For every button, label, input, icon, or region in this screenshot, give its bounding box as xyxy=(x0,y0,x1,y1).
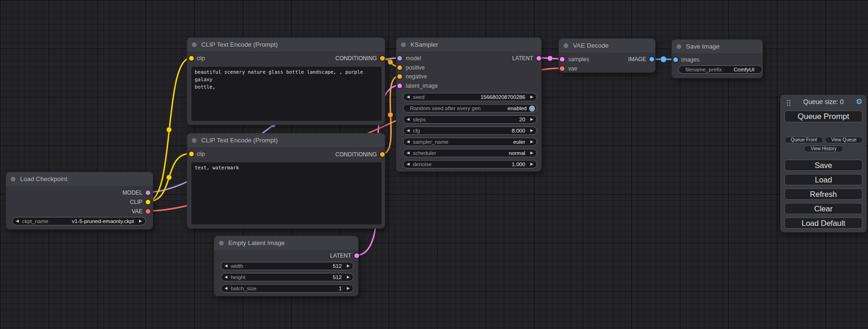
clip-input-port[interactable] xyxy=(189,56,194,61)
combo-right-arrow-icon[interactable]: ▶ xyxy=(527,93,536,101)
model-output-port[interactable] xyxy=(146,190,150,195)
refresh-button[interactable]: Refresh xyxy=(784,189,862,200)
widget-random-seed[interactable]: Random seed after every gen enabled xyxy=(403,104,537,112)
widget-value: 1.000 xyxy=(512,161,527,167)
view-history-button[interactable]: View History xyxy=(804,146,843,152)
node-title-bar[interactable]: KSampler xyxy=(396,38,541,52)
latent-output-port[interactable] xyxy=(536,56,541,61)
widget-value: v1-5-pruned-emaonly.ckpt xyxy=(72,218,136,224)
collapse-dot-icon[interactable] xyxy=(11,177,15,182)
widget-seed[interactable]: ◀ seed 156680208700286 ▶ xyxy=(403,93,537,101)
gear-icon[interactable]: ⚙ xyxy=(856,97,862,106)
combo-left-arrow-icon[interactable]: ◀ xyxy=(221,262,231,270)
combo-left-arrow-icon[interactable]: ◀ xyxy=(403,138,413,146)
node-load-checkpoint[interactable]: Load Checkpoint MODEL CLIP VAE ◀ ckpt_na… xyxy=(6,172,153,230)
queue-prompt-button[interactable]: Queue Prompt xyxy=(784,111,862,122)
conditioning-output-port[interactable] xyxy=(380,56,385,61)
images-input-port[interactable] xyxy=(673,57,678,62)
node-title-bar[interactable]: VAE Decode xyxy=(559,39,655,53)
node-title-bar[interactable]: Empty Latent Image xyxy=(214,236,358,251)
latent-image-input-port[interactable] xyxy=(397,84,402,88)
clip-output-port[interactable] xyxy=(146,200,150,204)
combo-right-arrow-icon[interactable]: ▶ xyxy=(136,217,145,225)
latent-output-port[interactable] xyxy=(354,253,359,258)
toggle-icon[interactable] xyxy=(529,105,535,112)
combo-left-arrow-icon[interactable]: ◀ xyxy=(403,161,413,168)
collapse-dot-icon[interactable] xyxy=(564,43,568,48)
samples-input-port[interactable] xyxy=(560,57,565,62)
combo-left-arrow-icon[interactable]: ◀ xyxy=(403,93,413,101)
widget-label: batch_size xyxy=(231,286,256,291)
node-title-bar[interactable]: CLIP Text Encode (Prompt) xyxy=(187,133,385,148)
node-save-image[interactable]: Save Image images filename_prefix ComfyU… xyxy=(671,39,763,78)
input-label-images: images xyxy=(681,56,699,63)
conditioning-output-port[interactable] xyxy=(380,152,385,157)
widget-steps[interactable]: ◀ steps 20 ▶ xyxy=(403,115,537,124)
view-queue-button[interactable]: View Queue xyxy=(825,137,863,143)
node-ksampler[interactable]: KSampler model positive negative latent_… xyxy=(396,37,542,172)
negative-input-port[interactable] xyxy=(397,74,402,79)
vae-input-port[interactable] xyxy=(560,66,565,71)
collapse-dot-icon[interactable] xyxy=(192,138,197,143)
combo-left-arrow-icon[interactable]: ◀ xyxy=(221,285,231,292)
image-output-port[interactable] xyxy=(649,57,654,62)
combo-left-arrow-icon[interactable]: ◀ xyxy=(221,273,231,281)
node-title: VAE Decode xyxy=(573,39,608,53)
combo-right-arrow-icon[interactable]: ▶ xyxy=(344,285,353,292)
vae-output-port[interactable] xyxy=(146,209,150,214)
combo-right-arrow-icon[interactable]: ▶ xyxy=(344,273,353,281)
input-label-vae: vae xyxy=(568,65,577,72)
node-title-bar[interactable]: CLIP Text Encode (Prompt) xyxy=(187,38,385,52)
widget-ckpt-name[interactable]: ◀ ckpt_name v1-5-pruned-emaonly.ckpt ▶ xyxy=(12,217,146,225)
widget-sampler-name[interactable]: ◀ sampler_name euler ▶ xyxy=(403,138,537,146)
node-clip-text-encode-positive[interactable]: CLIP Text Encode (Prompt) clip CONDITION… xyxy=(187,37,385,125)
combo-right-arrow-icon[interactable]: ▶ xyxy=(527,161,536,168)
output-label-latent: LATENT xyxy=(512,55,533,62)
widget-value: 512 xyxy=(333,263,344,269)
combo-right-arrow-icon[interactable]: ▶ xyxy=(344,262,353,270)
queue-front-button[interactable]: Queue Front xyxy=(784,137,823,143)
widget-filename-prefix[interactable]: filename_prefix ComfyUI xyxy=(678,65,762,74)
output-label-model: MODEL xyxy=(122,189,142,196)
prompt-textarea[interactable]: text, watermark xyxy=(191,162,381,224)
combo-right-arrow-icon[interactable]: ▶ xyxy=(527,149,536,157)
input-label-positive: positive xyxy=(406,64,425,71)
positive-input-port[interactable] xyxy=(397,65,402,70)
load-default-button[interactable]: Load Default xyxy=(784,217,862,229)
combo-right-arrow-icon[interactable]: ▶ xyxy=(527,138,536,146)
widget-label: width xyxy=(231,263,243,269)
output-label-image: IMAGE xyxy=(628,56,646,63)
save-button[interactable]: Save xyxy=(784,160,862,171)
node-clip-text-encode-negative[interactable]: CLIP Text Encode (Prompt) clip CONDITION… xyxy=(187,133,385,229)
combo-left-arrow-icon[interactable]: ◀ xyxy=(13,217,22,225)
combo-left-arrow-icon[interactable]: ◀ xyxy=(403,127,413,134)
node-title-bar[interactable]: Load Checkpoint xyxy=(6,172,153,187)
node-empty-latent-image[interactable]: Empty Latent Image LATENT ◀ width 512 ▶ … xyxy=(214,236,359,296)
clip-input-port[interactable] xyxy=(189,152,194,156)
node-title-bar[interactable]: Save Image xyxy=(672,40,762,54)
model-input-port[interactable] xyxy=(397,56,402,61)
widget-denoise[interactable]: ◀ denoise 1.000 ▶ xyxy=(403,160,537,168)
widget-value: 1 xyxy=(339,286,343,291)
node-vae-decode[interactable]: VAE Decode samples vae IMAGE xyxy=(558,38,656,73)
prompt-textarea[interactable]: beautiful scenery nature glass bottle la… xyxy=(191,67,381,121)
widget-scheduler[interactable]: ◀ scheduler normal ▶ xyxy=(403,149,537,157)
widget-batch-size[interactable]: ◀ batch_size 1 ▶ xyxy=(221,284,353,293)
widget-cfg[interactable]: ◀ cfg 8.000 ▶ xyxy=(403,126,537,135)
collapse-dot-icon[interactable] xyxy=(219,241,224,245)
clear-button[interactable]: Clear xyxy=(784,203,862,214)
output-label-clip: CLIP xyxy=(130,199,142,205)
collapse-dot-icon[interactable] xyxy=(677,44,681,49)
widget-value: 8.000 xyxy=(512,128,527,133)
combo-right-arrow-icon[interactable]: ▶ xyxy=(527,116,536,123)
widget-value: 156680208700286 xyxy=(480,94,527,100)
combo-right-arrow-icon[interactable]: ▶ xyxy=(527,127,536,134)
combo-left-arrow-icon[interactable]: ◀ xyxy=(403,149,413,157)
node-title: Save Image xyxy=(686,40,720,54)
widget-width[interactable]: ◀ width 512 ▶ xyxy=(221,262,353,270)
collapse-dot-icon[interactable] xyxy=(401,42,406,47)
widget-height[interactable]: ◀ height 512 ▶ xyxy=(221,273,353,281)
load-button[interactable]: Load xyxy=(784,174,862,185)
collapse-dot-icon[interactable] xyxy=(192,42,197,47)
combo-left-arrow-icon[interactable]: ◀ xyxy=(403,116,413,123)
